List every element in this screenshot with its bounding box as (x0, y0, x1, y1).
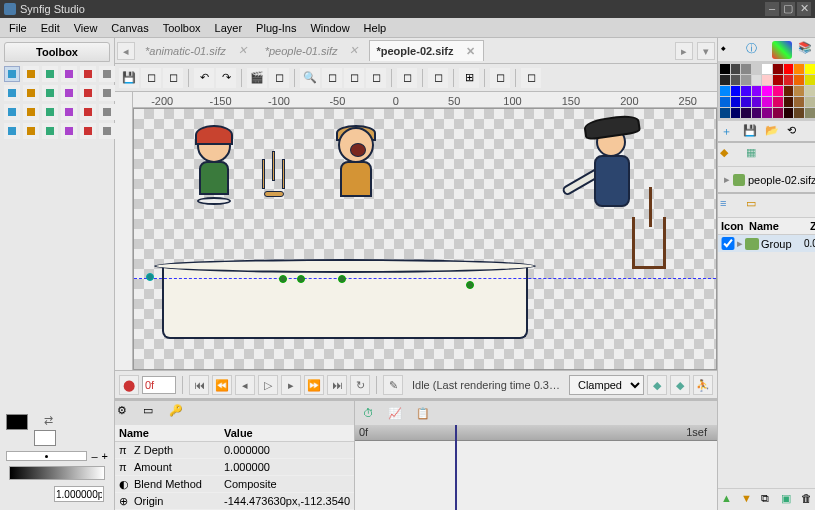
children-tab-icon[interactable]: ▭ (143, 404, 161, 422)
palette-color[interactable] (805, 75, 815, 85)
palette-color[interactable] (762, 97, 772, 107)
palette-color[interactable] (762, 64, 772, 74)
play-button[interactable]: ▷ (258, 375, 278, 395)
tool-draw[interactable] (4, 104, 20, 120)
onion-skin-button[interactable]: ⛹ (693, 375, 713, 395)
palette-color[interactable] (720, 75, 730, 85)
keyframe-lock-past[interactable]: ◆ (647, 375, 667, 395)
menu-window[interactable]: Window (303, 20, 356, 36)
palette-color[interactable] (773, 108, 783, 118)
palette-color[interactable] (773, 86, 783, 96)
tool-scale[interactable] (42, 66, 58, 82)
seek-next-frame-button[interactable]: ▸ (281, 375, 301, 395)
document-tab[interactable]: *people-02.sifz✕ (369, 40, 483, 61)
tool-eraser[interactable] (42, 123, 58, 139)
menu-toolbox[interactable]: Toolbox (156, 20, 208, 36)
layer-row[interactable]: ▸Group0.000000 (718, 235, 815, 252)
tool-width[interactable] (99, 104, 115, 120)
animate-mode-button[interactable]: ⬤ (119, 375, 139, 395)
tool-sketch[interactable] (80, 104, 96, 120)
history-tab-icon[interactable]: 📋 (416, 407, 430, 420)
sets-tab-icon[interactable]: ▦ (746, 146, 766, 164)
layer-lower-button[interactable]: ▼ (741, 492, 756, 507)
palette-tab-icon[interactable] (772, 41, 792, 59)
tab-next-button[interactable]: ▸ (675, 42, 693, 60)
tab-close-button[interactable]: ✕ (464, 45, 477, 58)
tool-spline[interactable] (99, 66, 115, 82)
palette-color[interactable] (762, 86, 772, 96)
keyframes-tab-icon[interactable]: 🔑 (169, 404, 187, 422)
palette-color[interactable] (784, 108, 794, 118)
palette-color[interactable] (752, 86, 762, 96)
brush-size-input[interactable] (54, 486, 104, 502)
transform-handle[interactable] (466, 281, 474, 289)
reset-colors-icon[interactable] (6, 436, 16, 446)
document-tab[interactable]: *people-01.sifz✕ (258, 40, 368, 61)
palette-color[interactable] (805, 108, 815, 118)
library-tab-icon[interactable]: 📚 (798, 41, 815, 59)
tool-rectangle[interactable] (23, 85, 39, 101)
palette-save-button[interactable]: 💾 (743, 124, 759, 138)
palette-default-button[interactable]: ⟲ (787, 124, 803, 138)
palette-color[interactable] (741, 108, 751, 118)
layer-duplicate-button[interactable]: ⧉ (761, 492, 776, 507)
horizontal-guide[interactable] (134, 278, 716, 279)
tool-text[interactable] (61, 104, 77, 120)
palette-color[interactable] (794, 97, 804, 107)
menu-file[interactable]: File (2, 20, 34, 36)
save-all-button[interactable]: ◻ (163, 68, 183, 88)
layer-delete-button[interactable]: 🗑 (801, 492, 815, 507)
menu-help[interactable]: Help (357, 20, 394, 36)
draw-tool-button[interactable]: ◻ (428, 68, 448, 88)
palette-color[interactable] (731, 108, 741, 118)
param-row[interactable]: ◐Blend MethodComposite (115, 476, 354, 493)
tool-mirror[interactable] (80, 66, 96, 82)
palette-color[interactable] (805, 86, 815, 96)
tool-eyedropper[interactable] (42, 104, 58, 120)
bounds-icon[interactable]: ✎ (383, 375, 403, 395)
grid-button[interactable]: ⊞ (459, 68, 479, 88)
palette-color[interactable] (731, 97, 741, 107)
palette-color[interactable] (741, 86, 751, 96)
param-row[interactable]: ⊕Origin-144.473630px,-112.3540 (115, 493, 354, 510)
menu-view[interactable]: View (67, 20, 105, 36)
palette-color[interactable] (805, 97, 815, 107)
document-tab[interactable]: *animatic-01.sifz✕ (138, 40, 256, 61)
layer-raise-button[interactable]: ▲ (721, 492, 736, 507)
tab-prev-button[interactable]: ◂ (117, 42, 135, 60)
tool-zoom[interactable] (23, 123, 39, 139)
palette-color[interactable] (773, 64, 783, 74)
palette-color[interactable] (794, 86, 804, 96)
palette-color[interactable] (720, 97, 730, 107)
tool-cutout[interactable] (4, 123, 20, 139)
palette-color[interactable] (752, 75, 762, 85)
palette-color[interactable] (805, 64, 815, 74)
cursor-button[interactable]: ◻ (397, 68, 417, 88)
seek-end-button[interactable]: ⏭ (327, 375, 347, 395)
tool-skeleton[interactable] (99, 123, 115, 139)
layers-tab-icon[interactable]: ≡ (720, 197, 740, 215)
zoom-in-button[interactable]: 🔍 (300, 68, 320, 88)
menu-plug-ins[interactable]: Plug-Ins (249, 20, 303, 36)
background-color[interactable] (34, 430, 56, 446)
zoom-out-button[interactable]: ◻ (322, 68, 342, 88)
layer-visible-checkbox[interactable] (721, 237, 735, 250)
param-row[interactable]: πAmount1.000000 (115, 459, 354, 476)
tool-lasso[interactable] (80, 123, 96, 139)
menu-edit[interactable]: Edit (34, 20, 67, 36)
palette-color[interactable] (752, 108, 762, 118)
palette-color[interactable] (784, 75, 794, 85)
save-button[interactable]: 💾 (119, 68, 139, 88)
brush-plus[interactable]: + (102, 450, 108, 462)
low-res-button[interactable]: ◻ (490, 68, 510, 88)
tool-brush[interactable] (61, 123, 77, 139)
info-tab-icon[interactable]: ⓘ (746, 41, 766, 59)
tool-smooth-move[interactable] (23, 66, 39, 82)
tool-rotate[interactable] (61, 66, 77, 82)
tool-gradient[interactable] (61, 85, 77, 101)
palette-color[interactable] (794, 75, 804, 85)
menu-layer[interactable]: Layer (208, 20, 250, 36)
foreground-color[interactable] (6, 414, 28, 430)
param-row[interactable]: πZ Depth0.000000 (115, 442, 354, 459)
tab-menu-button[interactable]: ▾ (697, 42, 715, 60)
